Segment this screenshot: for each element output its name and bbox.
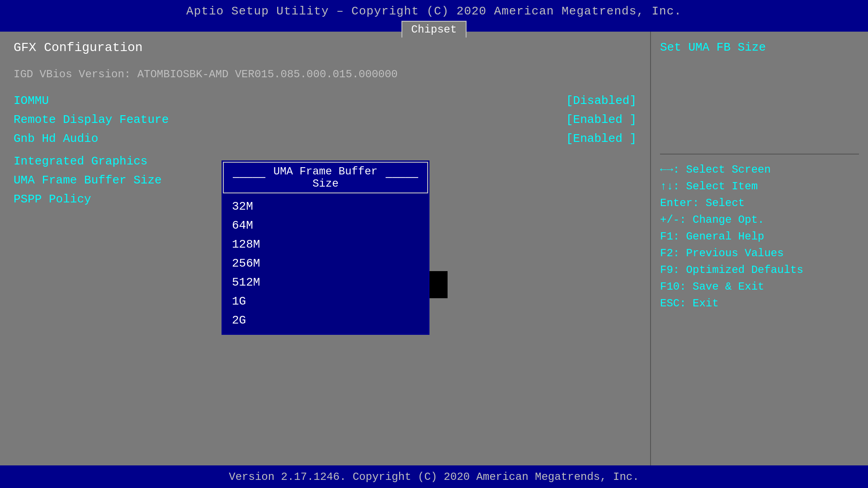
dropdown-popup: ───── UMA Frame Buffer Size ───── 32M64M… (222, 160, 429, 335)
gnb-hd-audio-row: Gnb Hd Audio [Enabled ] (14, 132, 637, 145)
dropdown-item[interactable]: 512M (223, 273, 428, 292)
key-help-item: +/-: Change Opt. (660, 214, 859, 226)
key-helps-container: ←→: Select Screen↑↓: Select ItemEnter: S… (660, 164, 859, 314)
section-title: GFX Configuration (14, 41, 637, 55)
key-help-item: F2: Previous Values (660, 247, 859, 259)
divider-line (660, 154, 859, 155)
remote-display-row: Remote Display Feature [Enabled ] (14, 113, 637, 127)
dropdown-item[interactable]: 64M (223, 216, 428, 235)
dropdown-title: ───── UMA Frame Buffer Size ───── (223, 162, 428, 193)
left-panel: GFX Configuration IGD VBios Version: ATO… (0, 32, 651, 465)
iommu-row: IOMMU [Disabled] (14, 94, 637, 108)
key-help-item: F10: Save & Exit (660, 281, 859, 293)
footer-text: Version 2.17.1246. Copyright (C) 2020 Am… (229, 471, 639, 483)
key-help-item: ←→: Select Screen (660, 164, 859, 176)
help-title: Set UMA FB Size (660, 41, 859, 54)
iommu-value: [Disabled] (566, 94, 637, 108)
remote-display-label[interactable]: Remote Display Feature (14, 113, 169, 127)
remote-display-value: [Enabled ] (566, 113, 637, 127)
key-help-item: F9: Optimized Defaults (660, 264, 859, 276)
key-help-item: ↑↓: Select Item (660, 180, 859, 192)
gnb-hd-audio-value: [Enabled ] (566, 132, 637, 145)
dropdown-item[interactable]: 2G (223, 311, 428, 330)
dropdown-item[interactable]: 256M (223, 254, 428, 273)
dropdown-item[interactable]: 128M (223, 235, 428, 254)
key-help-item: F1: General Help (660, 230, 859, 243)
igd-vbios-info: IGD VBios Version: ATOMBIOSBK-AMD VER015… (14, 68, 637, 80)
dropdown-item[interactable]: 32M (223, 197, 428, 216)
top-bar: Aptio Setup Utility – Copyright (C) 2020… (0, 0, 868, 32)
key-help-item: ESC: Exit (660, 297, 859, 310)
dropdown-overlay: ───── UMA Frame Buffer Size ───── 32M64M… (222, 160, 429, 335)
key-help-item: Enter: Select (660, 197, 859, 209)
bottom-bar: Version 2.17.1246. Copyright (C) 2020 Am… (0, 465, 868, 488)
right-panel: Set UMA FB Size ←→: Select Screen↑↓: Sel… (651, 32, 868, 465)
dropdown-list: 32M64M128M256M512M1G2G (223, 193, 428, 333)
top-title: Aptio Setup Utility – Copyright (C) 2020… (0, 5, 868, 18)
main-content: GFX Configuration IGD VBios Version: ATO… (0, 32, 868, 465)
iommu-label[interactable]: IOMMU (14, 94, 49, 108)
gnb-hd-audio-label[interactable]: Gnb Hd Audio (14, 132, 98, 145)
dropdown-item[interactable]: 1G (223, 292, 428, 311)
